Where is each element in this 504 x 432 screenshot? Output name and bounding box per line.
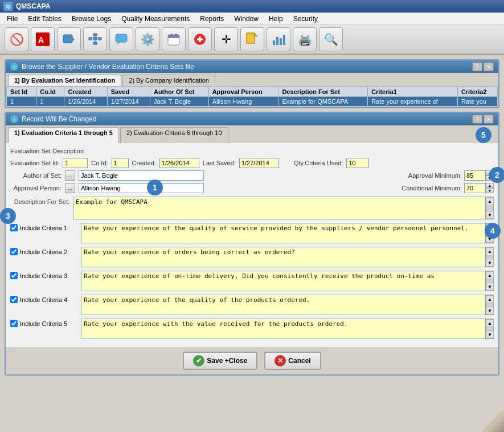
browse-tab-1[interactable]: 1) By Evaluation Set Identification (8, 75, 121, 86)
browse-title: Browse the Supplier / Vendor Evaluation … (22, 63, 194, 71)
menu-edit-tables[interactable]: Edit Tables (23, 14, 65, 24)
menu-help[interactable]: Help (264, 14, 288, 24)
criteria-3-scrollbar[interactable]: ▲ ▼ (486, 271, 494, 291)
shadow-corner (481, 409, 504, 432)
description-row: Description For Set: Example for QMSCAPA… (10, 197, 494, 219)
approval-person-browse-btn[interactable]: … (65, 183, 75, 193)
badge-1: 1 (147, 180, 163, 195)
criteria-3-checkbox[interactable] (10, 272, 18, 279)
save-close-button[interactable]: ✔ Save +Close (183, 352, 257, 370)
network-button[interactable] (83, 27, 107, 51)
c5-scroll-up[interactable]: ▲ (486, 319, 494, 327)
svg-rect-27 (280, 38, 282, 45)
conditional-min-label: Conditional Minimum: (401, 185, 462, 191)
dialog-buttons: ✔ Save +Close ✕ Cancel (6, 347, 498, 374)
print-button[interactable]: 🖨️ (293, 27, 317, 51)
chart-button[interactable] (267, 27, 290, 51)
conditional-min-input[interactable] (464, 183, 486, 193)
browse-tab-bar: 1) By Evaluation Set Identification 2) B… (6, 73, 498, 86)
browse-title-bar: i Browse the Supplier / Vendor Evaluatio… (6, 60, 498, 73)
approval-min-label: Approval Minimum: (408, 172, 462, 179)
approval-person-input[interactable] (79, 183, 204, 193)
adobe-button[interactable]: A (31, 27, 55, 51)
stop-button[interactable]: 🚫 (5, 27, 28, 51)
table-row[interactable]: 1 1 1/26/2014 1/27/2014 Jack T. Bogle Al… (7, 97, 498, 107)
criteria-4-checkbox[interactable] (10, 296, 18, 303)
menu-reports[interactable]: Reports (195, 14, 228, 24)
author-input[interactable] (79, 170, 204, 181)
c3-scroll-up[interactable]: ▲ (486, 271, 494, 279)
approval-min-row: Approval Minimum: ▲ ▼ (408, 170, 494, 181)
main-area: i Browse the Supplier / Vendor Evaluatio… (0, 55, 504, 432)
c4-scroll-down[interactable]: ▼ (486, 307, 494, 315)
menu-window[interactable]: Window (230, 14, 263, 24)
app-window: Q QMSCAPA File Edit Tables Browse Logs Q… (0, 0, 504, 432)
criteria-5-textarea[interactable]: Rate your experience with the value rece… (81, 319, 486, 339)
dialog-title-text: Record Will Be Changed (22, 115, 96, 123)
approval-min-input[interactable] (464, 170, 486, 181)
criteria-3-label: Include Criteria 3 (10, 271, 79, 279)
dialog-icon: i (10, 115, 18, 123)
cancel-button[interactable]: ✕ Cancel (264, 352, 321, 370)
app-title: QMSCAPA (16, 2, 50, 10)
browse-help-btn[interactable]: ? (472, 62, 482, 71)
menu-security[interactable]: Security (289, 14, 322, 24)
c3-scroll-down[interactable]: ▼ (486, 283, 494, 291)
menu-quality[interactable]: Quality Measurements (117, 14, 194, 24)
criteria-1-textarea[interactable]: Rate your experience of the quality of s… (81, 223, 486, 243)
c5-scroll-down[interactable]: ▼ (486, 331, 494, 339)
dialog-controls: ? ✕ (472, 115, 494, 124)
description-textarea[interactable]: Example for QMSCAPA (73, 197, 486, 219)
badge-4: 4 (485, 223, 501, 239)
cell-saved: 1/27/2014 (107, 97, 150, 107)
criteria-row-2: Include Criteria 2: Rate your experience… (10, 247, 494, 267)
conditional-min-row: Conditional Minimum: ▲ ▼ (401, 183, 494, 193)
menu-browse-logs[interactable]: Browse Logs (67, 14, 116, 24)
dialog-tab-2[interactable]: 2) Evaluation Criteria 6 through 10 (120, 127, 228, 143)
settings-button[interactable]: ⚙️ (136, 27, 159, 51)
criteria-2-scrollbar[interactable]: ▲ ▼ (486, 247, 494, 267)
criteria-3-textarea[interactable]: Rate your experience of on-time delivery… (81, 271, 486, 291)
dialog-close-btn[interactable]: ✕ (483, 115, 494, 124)
add-button[interactable] (188, 27, 212, 51)
col-criteria1: Criteria1 (368, 87, 458, 97)
move-button[interactable]: ✛ (214, 27, 238, 51)
conditional-min-up[interactable]: ▲ (486, 183, 494, 188)
file-button[interactable] (240, 27, 264, 51)
form-row-author: Author of Set: … Approval Minimum: ▲ ▼ (10, 170, 494, 181)
c2-scroll-down[interactable]: ▼ (486, 259, 494, 267)
c2-scroll-up[interactable]: ▲ (486, 247, 494, 255)
description-scrollbar[interactable]: ▲ ▼ (486, 197, 494, 219)
criteria-2-checkbox[interactable] (10, 248, 18, 255)
col-co-id: Co.Id (36, 87, 64, 97)
criteria-5-checkbox[interactable] (10, 320, 18, 327)
browse-tab-2[interactable]: 2) By Company Identification (122, 75, 215, 86)
dialog-help-btn[interactable]: ? (472, 115, 482, 124)
criteria-4-label: Include Criteria 4 (10, 295, 79, 303)
chat-button[interactable] (109, 27, 133, 51)
conditional-min-down[interactable]: ▼ (486, 188, 494, 193)
desc-scroll-down[interactable]: ▼ (486, 211, 494, 219)
svg-rect-2 (63, 35, 72, 43)
created-input[interactable] (159, 158, 199, 168)
svg-rect-5 (89, 38, 92, 40)
tag-button[interactable] (57, 27, 81, 51)
criteria-row-3: Include Criteria 3 Rate your experience … (10, 271, 494, 291)
author-browse-btn[interactable]: … (65, 170, 75, 181)
criteria-1-checkbox[interactable] (10, 224, 18, 231)
c4-scroll-up[interactable]: ▲ (486, 295, 494, 303)
eval-set-id-input[interactable] (63, 158, 88, 168)
last-saved-input[interactable] (239, 158, 279, 168)
co-id-input[interactable] (112, 158, 129, 168)
svg-rect-22 (247, 33, 255, 43)
dialog-tab-1[interactable]: 1) Evaluation Criteria 1 through 5 (8, 127, 119, 143)
calendar-button[interactable] (162, 27, 186, 51)
title-bar: Q QMSCAPA (0, 0, 504, 13)
criteria-2-textarea[interactable]: Rate your experience of orders being cor… (81, 247, 486, 267)
qty-criteria-input[interactable] (346, 158, 369, 168)
menu-file[interactable]: File (2, 14, 22, 24)
criteria-4-textarea[interactable]: Rate your experience of the quality of t… (81, 295, 486, 315)
search-button[interactable]: 🔍 (319, 27, 343, 51)
browse-close-btn[interactable]: ✕ (483, 62, 494, 71)
desc-scroll-up[interactable]: ▲ (486, 197, 494, 205)
